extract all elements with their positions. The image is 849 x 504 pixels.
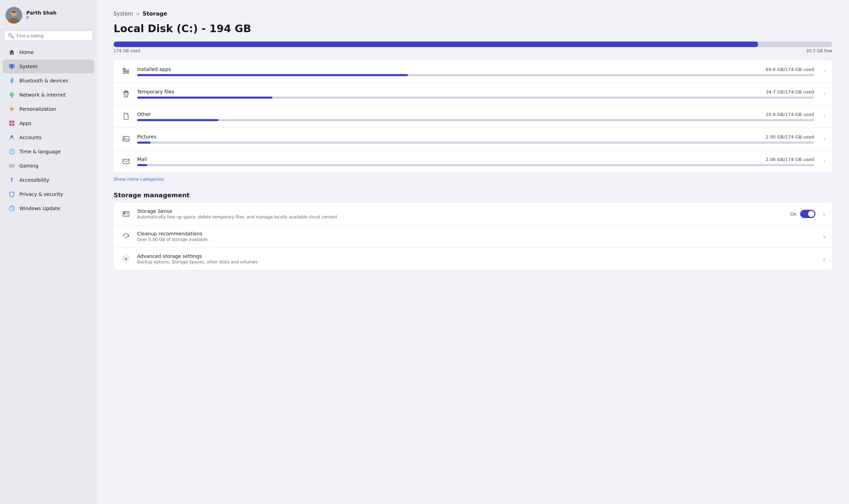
sidebar-label-apps: Apps xyxy=(19,120,32,126)
cleanup-chevron: › xyxy=(823,233,825,240)
cleanup-name: Cleanup recommendations xyxy=(137,231,813,236)
mail-name: Mail xyxy=(137,156,147,162)
installed-apps-bar xyxy=(137,74,814,76)
time-icon xyxy=(8,148,15,155)
page-title: Local Disk (C:) - 194 GB xyxy=(114,22,832,35)
sidebar-label-home: Home xyxy=(19,50,34,55)
mail-bar xyxy=(137,164,814,166)
mail-info: Mail 2.06 GB/174 GB used xyxy=(137,156,814,166)
sidebar-nav: Home System Bluetooth & devices Network … xyxy=(0,45,97,216)
svg-rect-13 xyxy=(9,121,11,123)
network-icon xyxy=(8,91,15,98)
breadcrumb: System > Storage xyxy=(114,10,832,17)
mail-size: 2.06 GB/174 GB used xyxy=(766,157,814,162)
pictures-icon xyxy=(120,133,132,144)
category-installed-apps[interactable]: Installed apps 69.6 GB/174 GB used › xyxy=(114,60,832,82)
mgmt-storage-sense[interactable]: Storage Sense Automatically free up spac… xyxy=(114,203,832,225)
breadcrumb-parent[interactable]: System xyxy=(114,11,133,17)
cleanup-desc: Over 5.00 GB of storage available. xyxy=(137,237,813,242)
user-name: Parth Shah xyxy=(26,10,56,16)
show-more-categories[interactable]: Show more categories xyxy=(114,177,164,182)
installed-apps-size: 69.6 GB/174 GB used xyxy=(766,67,814,72)
storage-bar-fill xyxy=(114,42,758,47)
temp-files-bar xyxy=(137,97,814,99)
svg-rect-35 xyxy=(123,159,129,164)
storage-sense-icon xyxy=(120,208,132,219)
svg-point-24 xyxy=(11,178,12,179)
other-name: Other xyxy=(137,111,151,117)
apps-icon xyxy=(8,120,15,127)
mgmt-advanced[interactable]: Advanced storage settings Backup options… xyxy=(114,248,832,270)
sidebar-item-privacy[interactable]: Privacy & security xyxy=(3,187,94,201)
sidebar-item-home[interactable]: Home xyxy=(3,45,94,59)
sidebar-item-time[interactable]: Time & language xyxy=(3,145,94,159)
svg-point-12 xyxy=(10,108,13,110)
sidebar-item-update[interactable]: Windows Update xyxy=(3,201,94,215)
breadcrumb-separator: > xyxy=(136,11,140,17)
sidebar-item-bluetooth[interactable]: Bluetooth & devices xyxy=(3,74,94,88)
mgmt-cleanup[interactable]: Cleanup recommendations Over 5.00 GB of … xyxy=(114,225,832,248)
svg-rect-28 xyxy=(123,71,129,72)
pictures-size: 2.90 GB/174 GB used xyxy=(766,134,814,140)
svg-rect-16 xyxy=(12,124,14,126)
installed-apps-chevron: › xyxy=(824,69,825,74)
temp-files-info: Temporary files 34.7 GB/174 GB used xyxy=(137,89,814,99)
user-profile[interactable]: Parth Shah P xyxy=(0,0,97,29)
search-input[interactable] xyxy=(17,33,89,38)
other-chevron: › xyxy=(824,114,825,119)
sidebar-label-time: Time & language xyxy=(19,149,61,154)
storage-used-label: 174 GB used xyxy=(114,48,140,53)
pictures-info: Pictures 2.90 GB/174 GB used xyxy=(137,134,814,144)
cleanup-right: › xyxy=(819,233,825,240)
category-mail[interactable]: Mail 2.06 GB/174 GB used › xyxy=(114,150,832,172)
update-icon xyxy=(8,205,15,212)
storage-sense-right: On › xyxy=(790,210,825,218)
advanced-desc: Backup options, Storage Spaces, other di… xyxy=(137,260,813,264)
sidebar-item-network[interactable]: Network & internet xyxy=(3,88,94,102)
user-sub: P xyxy=(26,16,56,20)
sidebar-label-privacy: Privacy & security xyxy=(19,191,63,197)
svg-rect-33 xyxy=(123,136,129,141)
other-icon xyxy=(120,111,132,122)
svg-point-22 xyxy=(12,165,13,166)
home-icon xyxy=(8,49,15,56)
category-other[interactable]: Other 20.8 GB/174 GB used › xyxy=(114,105,832,127)
other-bar xyxy=(137,119,814,121)
category-pictures[interactable]: Pictures 2.90 GB/174 GB used › xyxy=(114,128,832,150)
svg-rect-29 xyxy=(123,73,129,73)
installed-apps-icon xyxy=(120,66,132,77)
storage-sense-toggle-label: On xyxy=(790,212,796,217)
category-temp-files[interactable]: Temporary files 34.7 GB/174 GB used › xyxy=(114,83,832,105)
gaming-icon xyxy=(8,162,15,169)
accounts-icon xyxy=(8,134,15,141)
pictures-bar-fill xyxy=(137,142,151,144)
breadcrumb-current: Storage xyxy=(143,10,167,17)
sidebar-item-accounts[interactable]: Accounts xyxy=(3,130,94,144)
sidebar-item-system[interactable]: System xyxy=(3,60,94,73)
storage-sense-desc: Automatically free up space, delete temp… xyxy=(137,215,785,219)
sidebar-label-bluetooth: Bluetooth & devices xyxy=(19,78,68,83)
search-icon: 🔍 xyxy=(8,33,14,38)
cleanup-icon xyxy=(120,231,132,242)
storage-sense-name: Storage Sense xyxy=(137,208,785,214)
search-box[interactable]: 🔍 xyxy=(4,30,93,41)
main-content: System > Storage Local Disk (C:) - 194 G… xyxy=(97,0,849,504)
management-title: Storage management xyxy=(114,191,832,199)
sidebar-item-personalization[interactable]: Personalization xyxy=(3,102,94,116)
sidebar-label-accounts: Accounts xyxy=(19,135,42,140)
system-icon xyxy=(8,63,15,70)
svg-point-43 xyxy=(125,258,127,260)
temp-files-size: 34.7 GB/174 GB used xyxy=(766,89,814,94)
svg-rect-7 xyxy=(10,68,13,68)
management-group: Storage Sense Automatically free up spac… xyxy=(114,203,832,270)
storage-sense-toggle[interactable] xyxy=(800,210,815,218)
sidebar-item-apps[interactable]: Apps xyxy=(3,116,94,130)
temp-files-chevron: › xyxy=(824,91,825,96)
storage-bar-container: 174 GB used 20.3 GB free xyxy=(114,42,832,53)
temp-files-name: Temporary files xyxy=(137,89,174,94)
sidebar-label-update: Windows Update xyxy=(19,206,60,211)
sidebar-item-accessibility[interactable]: Accessibility xyxy=(3,173,94,187)
accessibility-icon xyxy=(8,177,15,183)
bluetooth-icon xyxy=(8,77,15,84)
sidebar-item-gaming[interactable]: Gaming xyxy=(3,159,94,173)
